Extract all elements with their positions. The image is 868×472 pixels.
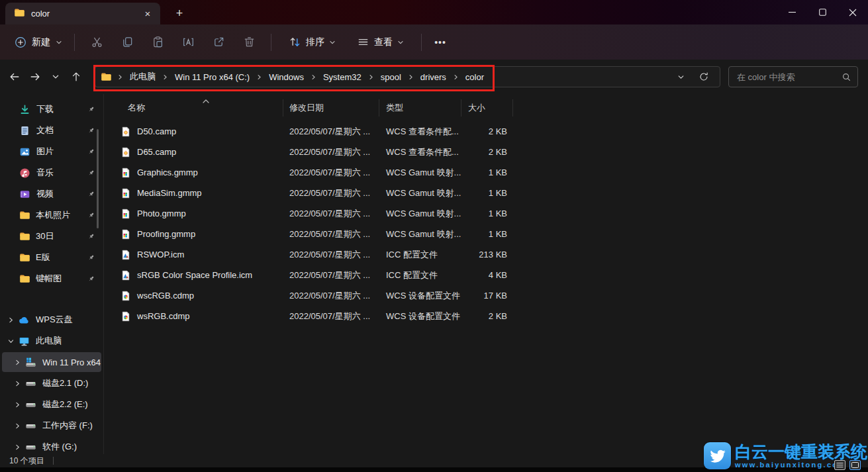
- forward-button[interactable]: [24, 67, 45, 87]
- file-row[interactable]: D65.camp 2022/05/07/星期六 ... WCS 查看条件配...…: [117, 142, 868, 162]
- breadcrumb-item[interactable]: color: [448, 71, 486, 83]
- sidebar-scrollbar[interactable]: [97, 129, 99, 228]
- chevron-right-icon[interactable]: [13, 422, 22, 430]
- pin-icon: [87, 126, 95, 135]
- file-row[interactable]: wscRGB.cdmp 2022/05/07/星期六 ... WCS 设备配置文…: [117, 285, 868, 306]
- breadcrumb-label: Windows: [267, 71, 306, 83]
- tab-color[interactable]: color ×: [5, 3, 160, 24]
- search-box[interactable]: [728, 66, 858, 87]
- sidebar-pinned-item[interactable]: 下载: [2, 99, 101, 119]
- sidebar-pinned-item[interactable]: E版: [2, 248, 101, 267]
- chevron-right-icon[interactable]: [6, 338, 15, 345]
- sidebar-tree-item[interactable]: 磁盘2.2 (E:): [2, 395, 101, 414]
- new-tab-button[interactable]: +: [170, 5, 189, 21]
- sidebar-pinned-item[interactable]: 视频: [2, 184, 101, 204]
- chevron-right-icon[interactable]: [13, 359, 22, 366]
- breadcrumb-item[interactable]: 此电脑: [113, 70, 158, 84]
- sidebar-item-label: Win 11 Pro x64 (C:): [42, 357, 101, 367]
- gmmp-icon: [121, 167, 131, 178]
- file-name-cell: MediaSim.gmmp: [117, 188, 283, 199]
- file-row[interactable]: sRGB Color Space Profile.icm 2022/05/07/…: [117, 265, 868, 285]
- file-name-cell: Graphics.gmmp: [117, 167, 283, 178]
- sidebar-pinned-item[interactable]: 30日: [2, 226, 101, 246]
- sidebar-tree-item[interactable]: Win 11 Pro x64 (C:): [2, 352, 101, 372]
- rename-button[interactable]: [175, 30, 201, 54]
- file-row[interactable]: wsRGB.cdmp 2022/05/07/星期六 ... WCS 设备配置文件…: [117, 306, 868, 326]
- folder-icon: [19, 210, 30, 220]
- view-button[interactable]: 查看: [350, 30, 410, 54]
- pin-icon: [87, 232, 95, 241]
- file-row[interactable]: D50.camp 2022/05/07/星期六 ... WCS 查看条件配...…: [117, 121, 868, 142]
- chevron-right-icon[interactable]: [13, 444, 22, 451]
- file-row[interactable]: Photo.gmmp 2022/05/07/星期六 ... WCS Gamut …: [117, 203, 868, 224]
- pin-icon: [87, 275, 95, 283]
- refresh-button[interactable]: [695, 67, 713, 87]
- sort-arrows-icon: [289, 36, 301, 48]
- sidebar-pinned-item[interactable]: 键帽图: [2, 269, 101, 289]
- sidebar-tree-item[interactable]: 此电脑: [2, 331, 101, 351]
- sidebar-tree-item[interactable]: 软件 (G:): [2, 437, 101, 454]
- sidebar-tree-item[interactable]: 磁盘2.1 (D:): [2, 373, 101, 393]
- chevron-right-icon[interactable]: [13, 380, 22, 387]
- new-button[interactable]: 新建: [9, 30, 68, 54]
- sidebar-tree-item[interactable]: 工作内容 (F:): [2, 416, 101, 436]
- gmmp-icon: [121, 188, 131, 199]
- breadcrumb-item[interactable]: drivers: [403, 71, 448, 83]
- column-header[interactable]: 名称: [117, 99, 283, 117]
- minimize-icon: [789, 9, 796, 16]
- breadcrumb-item[interactable]: spool: [363, 71, 403, 83]
- back-button[interactable]: [4, 67, 24, 87]
- cdmp-icon: [121, 311, 131, 322]
- gmmp-icon: [121, 209, 131, 219]
- file-row[interactable]: MediaSim.gmmp 2022/05/07/星期六 ... WCS Gam…: [117, 183, 868, 203]
- file-type: WCS Gamut 映射...: [379, 167, 461, 179]
- folder-icon: [19, 273, 30, 284]
- file-row[interactable]: RSWOP.icm 2022/05/07/星期六 ... ICC 配置文件 21…: [117, 244, 868, 265]
- sidebar-tree-item[interactable]: WPS云盘: [2, 310, 101, 330]
- up-button[interactable]: [66, 67, 86, 87]
- sort-button[interactable]: 排序: [282, 30, 342, 54]
- file-size: 1 KB: [461, 188, 513, 198]
- folder-icon: [14, 7, 24, 20]
- file-row[interactable]: Graphics.gmmp 2022/05/07/星期六 ... WCS Gam…: [117, 162, 868, 183]
- window-controls: [777, 0, 868, 24]
- more-options-button[interactable]: •••: [428, 30, 452, 54]
- share-button[interactable]: [205, 30, 232, 54]
- close-button[interactable]: [838, 0, 868, 24]
- sidebar-item-label: 本机照片: [36, 209, 70, 221]
- file-name-cell: wscRGB.cdmp: [117, 291, 283, 301]
- camp-icon: [121, 126, 131, 137]
- column-header[interactable]: 修改日期: [283, 99, 379, 117]
- tab-close-icon[interactable]: ×: [140, 7, 155, 21]
- delete-button[interactable]: [236, 30, 262, 54]
- column-header[interactable]: 大小: [461, 99, 513, 117]
- sidebar-item-label: 音乐: [36, 167, 54, 179]
- sidebar-pinned-item[interactable]: 音乐: [2, 163, 101, 183]
- file-row[interactable]: Proofing.gmmp 2022/05/07/星期六 ... WCS Gam…: [117, 224, 868, 244]
- paste-icon: [152, 36, 164, 48]
- breadcrumb-item[interactable]: Windows: [252, 71, 306, 83]
- copy-button[interactable]: [114, 30, 140, 54]
- chevron-right-icon[interactable]: [13, 401, 22, 408]
- file-name: Graphics.gmmp: [137, 167, 198, 177]
- picture-icon: [19, 146, 30, 158]
- paste-button[interactable]: [144, 30, 171, 54]
- file-type: WCS 查看条件配...: [379, 146, 461, 158]
- search-input[interactable]: [736, 71, 838, 83]
- column-header[interactable]: 类型: [379, 99, 461, 117]
- address-dropdown-button[interactable]: [672, 67, 689, 87]
- cdmp-icon: [121, 291, 131, 301]
- address-bar[interactable]: 此电脑 Win 11 Pro x64 (C:) Windows: [95, 66, 720, 87]
- thumbnail-view-button[interactable]: [849, 460, 861, 470]
- sidebar-pinned-item[interactable]: 文档: [2, 120, 101, 140]
- recent-locations-button[interactable]: [45, 67, 66, 87]
- cut-button[interactable]: [83, 30, 110, 54]
- details-view-button[interactable]: [834, 460, 845, 470]
- minimize-button[interactable]: [777, 0, 807, 24]
- breadcrumb-item[interactable]: Win 11 Pro x64 (C:): [158, 71, 252, 83]
- chevron-right-icon[interactable]: [6, 316, 15, 324]
- maximize-button[interactable]: [807, 0, 838, 24]
- sidebar-pinned-item[interactable]: 本机照片: [2, 205, 101, 225]
- breadcrumb-item[interactable]: System32: [306, 71, 363, 83]
- sidebar-pinned-item[interactable]: 图片: [2, 142, 101, 162]
